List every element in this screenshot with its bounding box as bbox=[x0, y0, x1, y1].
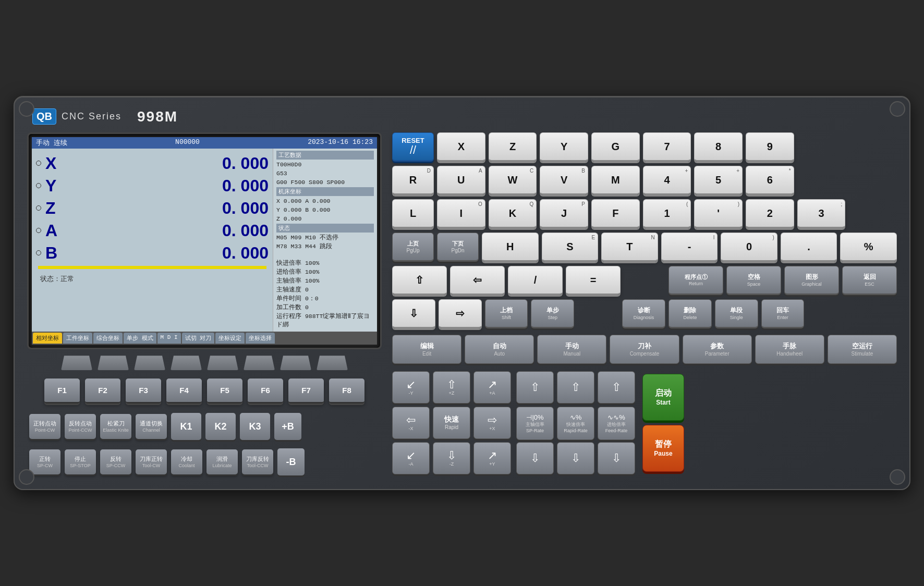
mode-manual[interactable]: 手动Manual bbox=[537, 335, 606, 364]
key-shang-dang[interactable]: 上档 Shift bbox=[485, 299, 528, 328]
key-enter[interactable]: 回车 Enter bbox=[761, 299, 805, 328]
fkey-f8[interactable]: F8 bbox=[329, 379, 364, 404]
mode-handwheel[interactable]: 手脉Handwheel bbox=[755, 335, 824, 364]
jog-rapid[interactable]: 快速 Rapid bbox=[433, 407, 470, 439]
key-w[interactable]: CW bbox=[489, 166, 537, 195]
tab-tool-offset[interactable]: 试切 对刀 bbox=[182, 333, 215, 344]
key-7[interactable]: 7 bbox=[643, 132, 691, 162]
pause-button[interactable]: 暂停 Pause bbox=[642, 425, 684, 472]
btn-lubricate[interactable]: 润滑Lubricate bbox=[206, 449, 238, 474]
key-equals[interactable]: = bbox=[566, 266, 621, 295]
key-9[interactable]: 9 bbox=[746, 132, 794, 162]
key-m[interactable]: M bbox=[591, 166, 640, 195]
fkey-f3[interactable]: F3 bbox=[126, 379, 161, 404]
key-t[interactable]: NT bbox=[601, 233, 658, 262]
mode-compensate[interactable]: 刀补Compensate bbox=[610, 335, 679, 364]
btn-sp-stop[interactable]: 停止SP-STOP bbox=[65, 449, 96, 474]
tab-relative[interactable]: 相对坐标 bbox=[33, 333, 62, 344]
key-6[interactable]: *6 bbox=[746, 166, 794, 195]
key-g[interactable]: G bbox=[591, 132, 640, 162]
jog-pos-z[interactable]: ⇧ +Z bbox=[433, 371, 470, 404]
rate-rapid[interactable]: ∿% 快速倍率 Rapid-Rate bbox=[557, 407, 594, 440]
key-x[interactable]: X bbox=[437, 132, 485, 162]
key-1[interactable]: (1 bbox=[643, 199, 691, 228]
key-y[interactable]: Y bbox=[540, 132, 588, 162]
key-0[interactable]: )0 bbox=[721, 233, 777, 262]
jog-extra-dn-2[interactable]: ⇩ bbox=[557, 442, 594, 474]
fkey-f6[interactable]: F6 bbox=[248, 379, 283, 404]
btn-point-ccw[interactable]: 反转点动Point-CCW bbox=[65, 414, 96, 439]
tab-coord-set[interactable]: 坐标设定 bbox=[215, 333, 245, 344]
jog-extra-up-2[interactable]: ⇧ bbox=[557, 371, 594, 404]
btn-tool-ccw[interactable]: 刀库反转Tool-CCW bbox=[242, 449, 273, 474]
mode-auto[interactable]: 自动Auto bbox=[465, 335, 534, 364]
btn-k2[interactable]: K2 bbox=[205, 413, 236, 440]
btn-k1[interactable]: K1 bbox=[171, 413, 201, 440]
btn-plus-b[interactable]: +B bbox=[274, 413, 301, 440]
jog-neg-x[interactable]: ⇦ -X bbox=[392, 407, 430, 439]
fkey-f7[interactable]: F7 bbox=[288, 379, 324, 404]
key-diagnosis[interactable]: 诊断 Diagnosis bbox=[622, 299, 665, 328]
rate-feed[interactable]: ∿∿% 进给倍率 Feed-Rate bbox=[598, 407, 635, 440]
key-4[interactable]: +4 bbox=[643, 166, 691, 195]
fkey-f2[interactable]: F2 bbox=[85, 379, 120, 404]
key-graphical[interactable]: 图形 Graphical bbox=[784, 266, 839, 295]
start-button[interactable]: 启动 Start bbox=[642, 374, 684, 421]
key-arrow-left[interactable]: ⇦ bbox=[450, 266, 505, 295]
jog-extra-up-1[interactable]: ⇧ bbox=[516, 371, 554, 404]
key-r[interactable]: DR bbox=[392, 166, 434, 195]
fkey-f1[interactable]: F1 bbox=[44, 379, 80, 404]
key-minus[interactable]: l- bbox=[661, 233, 718, 262]
key-percent[interactable]: % bbox=[840, 233, 897, 262]
key-8[interactable]: 8 bbox=[694, 132, 743, 162]
btn-sp-cw[interactable]: 正转SP-CW bbox=[29, 449, 60, 474]
jog-extra-dn-1[interactable]: ⇩ bbox=[516, 442, 554, 474]
key-z[interactable]: Z bbox=[489, 132, 537, 162]
btn-sp-ccw[interactable]: 反转SP-CCW bbox=[100, 449, 131, 474]
mode-parameter[interactable]: 参数Parameter bbox=[683, 335, 752, 364]
tab-mdi[interactable]: M D I bbox=[157, 333, 181, 344]
mode-edit[interactable]: 编辑Edit bbox=[392, 335, 461, 364]
fkey-f5[interactable]: F5 bbox=[207, 379, 242, 404]
key-l[interactable]: L bbox=[392, 199, 434, 228]
btn-channel[interactable]: 通道切换Channel bbox=[136, 414, 167, 439]
btn-elastic-knife[interactable]: 松紧刀Elastic Knite bbox=[100, 414, 131, 439]
key-pgdn[interactable]: 下页 PgDn bbox=[437, 233, 479, 262]
key-s[interactable]: ES bbox=[542, 233, 599, 262]
key-reset[interactable]: RESET // bbox=[392, 132, 434, 162]
btn-minus-b[interactable]: -B bbox=[277, 448, 305, 475]
btn-coolant[interactable]: 冷却Coolant bbox=[171, 449, 202, 474]
tab-workpiece[interactable]: 工件坐标 bbox=[63, 333, 92, 344]
key-shift-down[interactable]: ⇩ bbox=[392, 299, 435, 328]
key-space[interactable]: 空格 Space bbox=[726, 266, 781, 295]
key-k[interactable]: QK bbox=[489, 199, 537, 228]
key-quote[interactable]: )' bbox=[694, 199, 743, 228]
key-single[interactable]: 单段 Single bbox=[715, 299, 758, 328]
rate-sp[interactable]: ⊣|0% 主轴信率 SP-Rate bbox=[516, 407, 554, 440]
key-h[interactable]: H bbox=[482, 233, 539, 262]
key-3[interactable]: ;3 bbox=[797, 199, 846, 228]
key-slash[interactable]: / bbox=[508, 266, 563, 295]
jog-neg-y[interactable]: ↙ -Y bbox=[392, 371, 430, 404]
key-2[interactable]: 2 bbox=[746, 199, 794, 228]
tab-combined[interactable]: 综合坐标 bbox=[93, 333, 123, 344]
jog-extra-dn-3[interactable]: ⇩ bbox=[598, 442, 635, 474]
btn-k3[interactable]: K3 bbox=[240, 413, 270, 440]
key-f[interactable]: F bbox=[591, 199, 640, 228]
btn-point-cw[interactable]: 正转点动Point-CW bbox=[29, 414, 60, 439]
key-arrow-right[interactable]: ⇨ bbox=[439, 299, 482, 328]
key-delete[interactable]: 删除 Delete bbox=[668, 299, 712, 328]
jog-extra-up-3[interactable]: ⇧ bbox=[598, 371, 635, 404]
jog-neg-a[interactable]: ↙ -A bbox=[392, 442, 430, 474]
tab-single-step[interactable]: 单步 模式 bbox=[124, 333, 156, 344]
tab-coord-select[interactable]: 坐标选择 bbox=[246, 333, 275, 344]
key-v[interactable]: BV bbox=[540, 166, 588, 195]
jog-neg-z[interactable]: ⇩ -Z bbox=[433, 442, 470, 474]
key-program-return[interactable]: 程序点① Return bbox=[668, 266, 723, 295]
jog-pos-a[interactable]: ↗ +A bbox=[473, 371, 511, 404]
mode-stimulate[interactable]: 空运行Stimulate bbox=[828, 335, 897, 364]
key-i[interactable]: OI bbox=[437, 199, 485, 228]
fkey-f4[interactable]: F4 bbox=[166, 379, 202, 404]
jog-pos-y[interactable]: ↗ +Y bbox=[473, 442, 511, 474]
key-j[interactable]: PJ bbox=[540, 199, 588, 228]
